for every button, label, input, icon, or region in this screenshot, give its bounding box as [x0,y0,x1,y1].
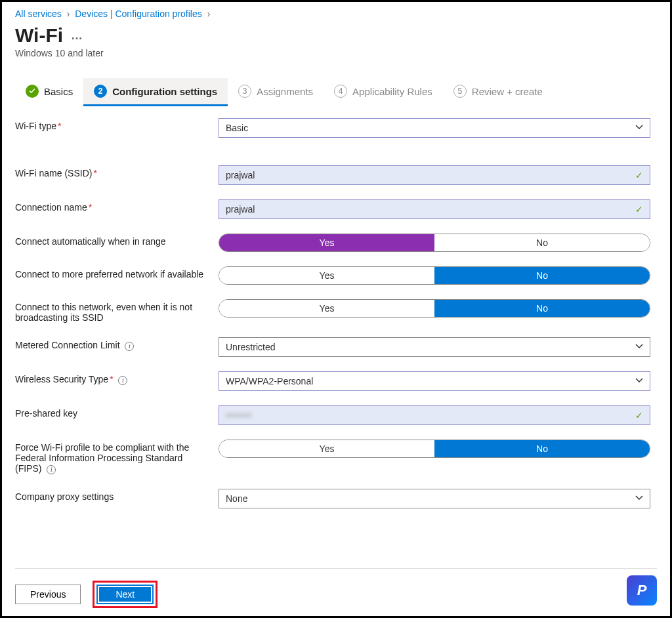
footer-actions: Previous Next [15,568,657,608]
toggle-no[interactable]: No [434,300,650,317]
chevron-down-icon [635,123,643,133]
label-wifi-type: Wi-Fi type* [15,118,219,131]
brand-logo: P [627,575,657,606]
tab-assignments[interactable]: 3 Assignments [228,78,324,106]
breadcrumb-devices[interactable]: Devices | Configuration profiles [75,9,202,19]
fips-toggle[interactable]: Yes No [219,440,650,458]
tab-label: Review + create [472,86,543,97]
hidden-ssid-toggle[interactable]: Yes No [219,299,650,318]
metered-value: Unrestricted [226,342,275,352]
wifi-type-value: Basic [226,123,248,133]
label-fips: Force Wi-Fi profile to be compliant with… [15,440,219,474]
chevron-down-icon [635,376,643,386]
breadcrumb-all-services[interactable]: All services [15,9,62,19]
toggle-no[interactable]: No [434,234,650,251]
page-title: Wi-Fi … [15,24,657,47]
info-icon[interactable]: i [125,342,134,351]
step-number-icon: 4 [334,85,347,98]
next-button[interactable]: Next [96,585,154,604]
toggle-yes[interactable]: Yes [219,300,434,317]
security-type-select[interactable]: WPA/WPA2-Personal [219,371,650,391]
tab-basics[interactable]: Basics [15,78,83,106]
toggle-yes[interactable]: Yes [219,440,434,457]
toggle-no[interactable]: No [434,267,650,284]
more-actions-icon[interactable]: … [71,29,84,43]
ssid-value: prajwal [226,170,255,180]
breadcrumb: All services › Devices | Configuration p… [15,9,657,19]
tab-label: Applicability Rules [352,86,432,97]
preferred-network-toggle[interactable]: Yes No [219,266,650,285]
chevron-down-icon [635,342,643,352]
brand-logo-text: P [637,582,647,599]
step-number-icon: 2 [94,85,107,98]
tab-applicability-rules[interactable]: 4 Applicability Rules [324,78,443,106]
checkmark-icon: ✓ [635,170,643,180]
label-connection-name: Connection name* [15,199,219,213]
toggle-yes[interactable]: Yes [219,267,434,284]
wifi-type-select[interactable]: Basic [219,118,650,138]
page-subtitle: Windows 10 and later [15,48,657,58]
tab-configuration-settings[interactable]: 2 Configuration settings [83,78,228,106]
proxy-select[interactable]: None [219,489,650,508]
psk-value: •••••••• [226,410,251,421]
metered-select[interactable]: Unrestricted [219,337,650,357]
tab-label: Basics [44,86,73,97]
step-number-icon: 5 [453,85,467,98]
label-proxy: Company proxy settings [15,489,219,502]
label-metered: Metered Connection Limit i [15,337,219,351]
checkmark-icon [26,85,39,98]
chevron-down-icon [635,493,643,504]
connection-name-input[interactable]: prajwal ✓ [219,199,650,219]
security-type-value: WPA/WPA2-Personal [226,376,313,386]
previous-button[interactable]: Previous [15,585,81,604]
chevron-right-icon: › [207,9,211,19]
step-number-icon: 3 [238,85,251,98]
label-ssid: Wi-Fi name (SSID)* [15,165,219,178]
label-auto-connect: Connect automatically when in range [15,234,219,247]
tab-label: Configuration settings [112,86,217,97]
label-hidden-ssid: Connect to this network, even when it is… [15,299,219,323]
ssid-input[interactable]: prajwal ✓ [219,165,650,185]
psk-input[interactable]: •••••••• ✓ [219,405,650,425]
proxy-value: None [226,493,247,504]
highlight-annotation: Next [93,581,158,608]
page-title-text: Wi-Fi [15,24,63,47]
toggle-yes[interactable]: Yes [219,234,434,251]
checkmark-icon: ✓ [635,204,643,215]
tab-label: Assignments [257,86,313,97]
label-psk: Pre-shared key [15,405,219,419]
chevron-right-icon: › [67,9,70,19]
checkmark-icon: ✓ [635,410,643,421]
info-icon[interactable]: i [47,465,56,474]
wizard-tabs: Basics 2 Configuration settings 3 Assign… [15,78,657,106]
label-security-type: Wireless Security Type* i [15,371,219,385]
label-preferred-network: Connect to more preferred network if ava… [15,266,219,279]
info-icon[interactable]: i [118,376,127,385]
form-area: Wi-Fi type* Basic Wi-Fi name (SSID)* pra… [15,118,657,508]
connection-name-value: prajwal [226,204,255,215]
tab-review-create[interactable]: 5 Review + create [443,78,553,106]
auto-connect-toggle[interactable]: Yes No [219,234,650,252]
toggle-no[interactable]: No [434,440,650,457]
